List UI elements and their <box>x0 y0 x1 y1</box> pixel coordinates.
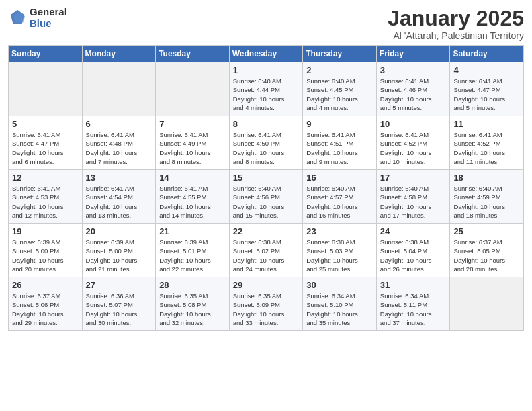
day-cell: 20Sunrise: 6:39 AM Sunset: 5:00 PM Dayli… <box>82 224 156 277</box>
day-info: Sunrise: 6:40 AM Sunset: 4:44 PM Dayligh… <box>233 77 300 112</box>
logo-general-text: General <box>30 7 67 18</box>
day-cell <box>9 62 83 116</box>
day-number: 22 <box>233 226 300 236</box>
day-info: Sunrise: 6:38 AM Sunset: 5:04 PM Dayligh… <box>380 238 447 273</box>
day-info: Sunrise: 6:38 AM Sunset: 5:03 PM Dayligh… <box>306 238 373 273</box>
day-info: Sunrise: 6:41 AM Sunset: 4:47 PM Dayligh… <box>453 77 520 112</box>
day-info: Sunrise: 6:41 AM Sunset: 4:52 PM Dayligh… <box>380 130 447 166</box>
day-cell: 17Sunrise: 6:40 AM Sunset: 4:58 PM Dayli… <box>376 170 450 224</box>
day-number: 23 <box>306 226 373 236</box>
day-info: Sunrise: 6:39 AM Sunset: 5:01 PM Dayligh… <box>159 238 226 273</box>
day-cell: 14Sunrise: 6:41 AM Sunset: 4:55 PM Dayli… <box>156 170 230 224</box>
header-day-thursday: Thursday <box>303 46 377 62</box>
day-info: Sunrise: 6:40 AM Sunset: 4:45 PM Dayligh… <box>306 77 373 112</box>
day-info: Sunrise: 6:41 AM Sunset: 4:47 PM Dayligh… <box>12 130 79 166</box>
day-info: Sunrise: 6:36 AM Sunset: 5:07 PM Dayligh… <box>86 291 152 327</box>
day-cell: 24Sunrise: 6:38 AM Sunset: 5:04 PM Dayli… <box>376 224 450 277</box>
day-info: Sunrise: 6:41 AM Sunset: 4:51 PM Dayligh… <box>306 130 373 166</box>
day-number: 29 <box>233 280 300 290</box>
day-cell: 9Sunrise: 6:41 AM Sunset: 4:51 PM Daylig… <box>303 116 377 170</box>
logo-text: General Blue <box>30 7 67 29</box>
day-cell: 18Sunrise: 6:40 AM Sunset: 4:59 PM Dayli… <box>450 170 524 224</box>
day-number: 31 <box>380 280 447 290</box>
day-number: 6 <box>86 119 152 129</box>
day-info: Sunrise: 6:41 AM Sunset: 4:53 PM Dayligh… <box>12 184 79 220</box>
day-number: 7 <box>159 119 226 129</box>
page: General Blue January 2025 Al 'Attarah, P… <box>0 0 532 338</box>
day-cell: 10Sunrise: 6:41 AM Sunset: 4:52 PM Dayli… <box>376 116 450 170</box>
week-row-3: 12Sunrise: 6:41 AM Sunset: 4:53 PM Dayli… <box>9 170 524 224</box>
day-cell: 1Sunrise: 6:40 AM Sunset: 4:44 PM Daylig… <box>229 62 303 116</box>
week-row-2: 5Sunrise: 6:41 AM Sunset: 4:47 PM Daylig… <box>9 116 524 170</box>
day-cell: 22Sunrise: 6:38 AM Sunset: 5:02 PM Dayli… <box>229 224 303 277</box>
day-number: 19 <box>12 226 79 236</box>
day-info: Sunrise: 6:41 AM Sunset: 4:49 PM Dayligh… <box>159 130 226 166</box>
day-info: Sunrise: 6:40 AM Sunset: 4:56 PM Dayligh… <box>233 184 300 220</box>
header-day-sunday: Sunday <box>9 46 83 62</box>
day-number: 24 <box>380 226 447 236</box>
day-info: Sunrise: 6:41 AM Sunset: 4:50 PM Dayligh… <box>233 130 300 166</box>
day-info: Sunrise: 6:39 AM Sunset: 5:00 PM Dayligh… <box>86 238 152 273</box>
day-number: 1 <box>233 65 300 75</box>
day-cell: 25Sunrise: 6:37 AM Sunset: 5:05 PM Dayli… <box>450 224 524 277</box>
day-info: Sunrise: 6:34 AM Sunset: 5:11 PM Dayligh… <box>380 291 447 327</box>
day-cell: 11Sunrise: 6:41 AM Sunset: 4:52 PM Dayli… <box>450 116 524 170</box>
day-number: 27 <box>86 280 152 290</box>
day-info: Sunrise: 6:37 AM Sunset: 5:05 PM Dayligh… <box>453 238 520 273</box>
day-number: 4 <box>453 65 520 75</box>
day-info: Sunrise: 6:40 AM Sunset: 4:58 PM Dayligh… <box>380 184 447 220</box>
day-cell: 12Sunrise: 6:41 AM Sunset: 4:53 PM Dayli… <box>9 170 83 224</box>
day-number: 20 <box>86 226 152 236</box>
day-cell: 21Sunrise: 6:39 AM Sunset: 5:01 PM Dayli… <box>156 224 230 277</box>
day-number: 26 <box>12 280 79 290</box>
calendar-table: SundayMondayTuesdayWednesdayThursdayFrid… <box>8 45 524 331</box>
day-cell: 13Sunrise: 6:41 AM Sunset: 4:54 PM Dayli… <box>82 170 156 224</box>
week-row-4: 19Sunrise: 6:39 AM Sunset: 5:00 PM Dayli… <box>9 224 524 277</box>
day-number: 3 <box>380 65 447 75</box>
day-info: Sunrise: 6:41 AM Sunset: 4:55 PM Dayligh… <box>159 184 226 220</box>
day-cell: 23Sunrise: 6:38 AM Sunset: 5:03 PM Dayli… <box>303 224 377 277</box>
day-info: Sunrise: 6:41 AM Sunset: 4:46 PM Dayligh… <box>380 77 447 112</box>
day-info: Sunrise: 6:38 AM Sunset: 5:02 PM Dayligh… <box>233 238 300 273</box>
day-info: Sunrise: 6:37 AM Sunset: 5:06 PM Dayligh… <box>12 291 79 327</box>
day-cell: 2Sunrise: 6:40 AM Sunset: 4:45 PM Daylig… <box>303 62 377 116</box>
day-cell: 19Sunrise: 6:39 AM Sunset: 5:00 PM Dayli… <box>9 224 83 277</box>
day-info: Sunrise: 6:40 AM Sunset: 4:59 PM Dayligh… <box>453 184 520 220</box>
day-cell: 5Sunrise: 6:41 AM Sunset: 4:47 PM Daylig… <box>9 116 83 170</box>
header-day-monday: Monday <box>82 46 156 62</box>
day-cell: 30Sunrise: 6:34 AM Sunset: 5:10 PM Dayli… <box>303 277 377 331</box>
calendar-title: January 2025 <box>388 7 524 30</box>
day-cell: 16Sunrise: 6:40 AM Sunset: 4:57 PM Dayli… <box>303 170 377 224</box>
day-number: 17 <box>380 173 447 183</box>
day-info: Sunrise: 6:35 AM Sunset: 5:09 PM Dayligh… <box>233 291 300 327</box>
day-number: 14 <box>159 173 226 183</box>
header-day-saturday: Saturday <box>450 46 524 62</box>
day-number: 2 <box>306 65 373 75</box>
day-cell <box>82 62 156 116</box>
day-number: 8 <box>233 119 300 129</box>
day-cell: 4Sunrise: 6:41 AM Sunset: 4:47 PM Daylig… <box>450 62 524 116</box>
day-cell <box>156 62 230 116</box>
day-number: 30 <box>306 280 373 290</box>
calendar-subtitle: Al 'Attarah, Palestinian Territory <box>388 30 524 41</box>
day-number: 15 <box>233 173 300 183</box>
day-cell: 8Sunrise: 6:41 AM Sunset: 4:50 PM Daylig… <box>229 116 303 170</box>
week-row-5: 26Sunrise: 6:37 AM Sunset: 5:06 PM Dayli… <box>9 277 524 331</box>
day-number: 12 <box>12 173 79 183</box>
day-info: Sunrise: 6:39 AM Sunset: 5:00 PM Dayligh… <box>12 238 79 273</box>
logo: General Blue <box>8 7 67 29</box>
day-cell: 7Sunrise: 6:41 AM Sunset: 4:49 PM Daylig… <box>156 116 230 170</box>
day-number: 10 <box>380 119 447 129</box>
header: General Blue January 2025 Al 'Attarah, P… <box>8 7 524 41</box>
day-number: 5 <box>12 119 79 129</box>
day-number: 11 <box>453 119 520 129</box>
day-cell: 29Sunrise: 6:35 AM Sunset: 5:09 PM Dayli… <box>229 277 303 331</box>
day-number: 21 <box>159 226 226 236</box>
day-info: Sunrise: 6:40 AM Sunset: 4:57 PM Dayligh… <box>306 184 373 220</box>
header-day-friday: Friday <box>376 46 450 62</box>
day-number: 9 <box>306 119 373 129</box>
day-cell: 27Sunrise: 6:36 AM Sunset: 5:07 PM Dayli… <box>82 277 156 331</box>
day-info: Sunrise: 6:41 AM Sunset: 4:48 PM Dayligh… <box>86 130 152 166</box>
header-row: SundayMondayTuesdayWednesdayThursdayFrid… <box>9 46 524 62</box>
day-info: Sunrise: 6:34 AM Sunset: 5:10 PM Dayligh… <box>306 291 373 327</box>
